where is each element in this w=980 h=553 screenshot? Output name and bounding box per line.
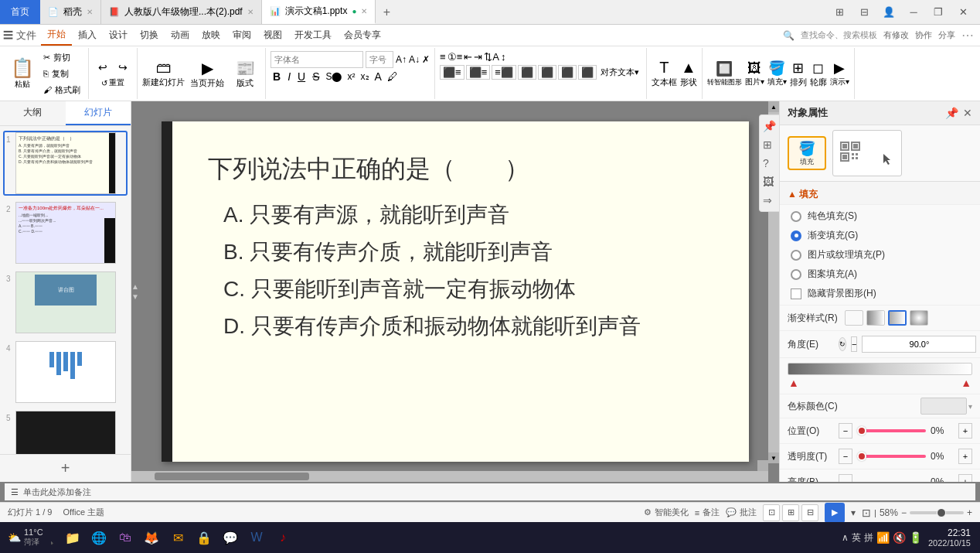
clear-format-btn[interactable]: ✗ [422, 54, 430, 65]
align-left-btn[interactable]: ⬛≡ [440, 65, 464, 80]
outline-tab[interactable]: 大纲 [0, 101, 66, 125]
gradient-bar[interactable] [788, 363, 972, 375]
battery-icon[interactable]: 🔋 [909, 531, 922, 544]
scroll-up-btn[interactable]: ▲ [768, 101, 779, 112]
indent-increase-btn[interactable]: ⇥ [474, 51, 482, 63]
hide-bg-checkbox[interactable]: 隐藏背景图形(H) [791, 287, 969, 300]
zoom-plus-btn[interactable]: + [967, 507, 972, 518]
file-manager-btn[interactable]: 📁 [60, 525, 85, 550]
strip-arrow-icon[interactable]: ⇒ [761, 193, 778, 208]
slide-item-5[interactable]: 5 ★ [3, 409, 128, 454]
show-btn[interactable]: ▶ 演示▾ [830, 60, 849, 87]
horizontal-scrollbar[interactable] [131, 471, 768, 482]
contour-btn[interactable]: ◻ 轮廓 [810, 60, 827, 88]
position-minus-btn[interactable]: − [839, 423, 852, 439]
align-bottom-btn[interactable]: ⬛ [578, 65, 597, 80]
fill-btn[interactable]: 🪣 填充▾ [767, 60, 787, 87]
strikethrough-btn[interactable]: S [310, 70, 322, 83]
zoom-slider[interactable] [910, 511, 964, 514]
text-highlight-btn[interactable]: 🖊 [386, 70, 400, 83]
line-spacing-btn[interactable]: ↕ [501, 51, 506, 63]
notes-status-btn[interactable]: ≡ 备注 [695, 507, 720, 518]
reading-view-btn[interactable]: ⊟ [801, 504, 818, 521]
layout-btn[interactable]: 📰 版式 [230, 59, 260, 89]
position-thumb[interactable] [857, 426, 866, 435]
align-center-btn[interactable]: ⬛≡ [466, 65, 491, 80]
undo-btn[interactable]: ↩ [94, 59, 112, 76]
align-top-btn[interactable]: ⬛ [538, 65, 556, 80]
smart-beauty-btn[interactable]: ⚙ 智能美化 [644, 507, 689, 518]
gradient-type-2-btn[interactable] [866, 310, 885, 326]
slide-item-1[interactable]: 1 下列说法中正确的是（ ） A. 只要有声源，就能听到声音 B. 只要有传声介… [3, 131, 128, 196]
font-size-input[interactable] [366, 51, 393, 68]
wifi-icon[interactable]: 📶 [876, 531, 890, 544]
number-list-btn[interactable]: ①≡ [447, 51, 463, 63]
resize-down-icon[interactable]: ▼ [131, 292, 139, 301]
ime-label[interactable]: 英 [852, 531, 861, 544]
normal-view-btn[interactable]: ⊡ [763, 504, 780, 521]
redo-btn[interactable]: ↪ [114, 59, 132, 76]
wechat-btn[interactable]: 💬 [218, 525, 243, 550]
menu-icon[interactable]: ☰ 文件 [3, 29, 36, 43]
text-direction-btn[interactable]: ⇅A [484, 51, 499, 63]
bullet-list-btn[interactable]: ≡ [440, 51, 446, 63]
strip-grid-icon[interactable]: ⊞ [761, 137, 778, 152]
pdf-tab[interactable]: 📕 人教版八年级物理...本(2).pdf ✕ [101, 0, 262, 24]
play-dropdown-btn[interactable]: ▾ [851, 507, 856, 518]
zoom-slider-thumb[interactable] [937, 508, 946, 517]
slides-tab[interactable]: 幻灯片 [66, 101, 131, 125]
scroll-down-btn[interactable]: ▼ [768, 452, 779, 463]
wps-tab-close[interactable]: ✕ [87, 8, 93, 16]
transparency-plus-btn[interactable]: + [958, 449, 972, 464]
strip-pin-icon[interactable]: 📌 [761, 118, 778, 134]
align-middle-btn[interactable]: ⬛ [558, 65, 577, 80]
tab-member[interactable]: 会员专享 [338, 26, 387, 45]
ribbon-more-btn[interactable]: ⋯ [961, 28, 974, 43]
picture-fill-radio[interactable]: 图片或纹理填充(P) [791, 248, 969, 261]
music-btn[interactable]: ♪ [271, 525, 295, 550]
shadow-btn[interactable]: S⬤ [324, 71, 343, 82]
tab-insert[interactable]: 插入 [72, 26, 103, 45]
ppt-tab-close[interactable]: ✕ [361, 7, 367, 15]
cut-btn[interactable]: ✂ 剪切 [40, 50, 83, 65]
tab-start[interactable]: 开始 [41, 25, 72, 46]
tab-slideshow[interactable]: 放映 [196, 26, 226, 45]
new-tab-btn[interactable]: + [376, 0, 397, 24]
mail-btn[interactable]: ✉ [165, 525, 190, 550]
grid-view-icon[interactable]: ⊟ [853, 2, 875, 23]
collaborate-btn[interactable]: 协作 [915, 29, 932, 41]
align-right-btn[interactable]: ≡⬛ [492, 65, 516, 80]
current-slide-btn[interactable]: ▶ 当页开始 [188, 59, 226, 89]
slide-sorter-btn[interactable]: ⊞ [782, 504, 799, 521]
transparency-minus-btn[interactable]: − [839, 449, 852, 464]
slide-item-4[interactable]: 4 [3, 340, 128, 405]
gradient-type-1-btn[interactable] [845, 310, 863, 326]
image-btn[interactable]: 🖼 图片▾ [745, 60, 764, 87]
color-swatch-btn[interactable]: ▾ [920, 398, 972, 415]
bold-btn[interactable]: B [271, 70, 283, 83]
underline-btn[interactable]: U [295, 70, 308, 83]
angle-minus-btn[interactable]: − [851, 336, 857, 352]
arrange-btn[interactable]: ⊞ 排列 [790, 60, 807, 88]
has-changes-btn[interactable]: 有修改 [883, 29, 909, 41]
zoom-value-btn[interactable]: 58% [880, 507, 898, 518]
fill-type-fill-btn[interactable]: 🪣 填充 [788, 136, 826, 170]
right-panel-close-icon[interactable]: ✕ [963, 107, 972, 119]
tab-transition[interactable]: 切换 [134, 26, 165, 45]
transparency-thumb[interactable] [857, 452, 866, 461]
text-box-btn[interactable]: T 文本框 [652, 59, 677, 88]
brightness-plus-btn[interactable]: + [958, 474, 972, 482]
word-btn[interactable]: W [244, 525, 269, 550]
subscript-btn[interactable]: x₂ [359, 71, 371, 82]
maximize-btn[interactable]: ❐ [927, 2, 949, 23]
minimize-btn[interactable]: ─ [903, 2, 924, 23]
tab-review[interactable]: 审阅 [226, 26, 257, 45]
share-btn[interactable]: 分享 [938, 29, 955, 41]
slide-item-2[interactable]: 2 一准备力100m处炸药爆炸，耳朵贴在一... ...地面一端听到... ..… [3, 200, 128, 265]
new-slide-btn[interactable]: 🗃 新建幻灯片 [142, 59, 185, 88]
gradient-type-3-btn[interactable] [888, 310, 907, 326]
zoom-minus-btn[interactable]: − [901, 507, 907, 518]
indent-decrease-btn[interactable]: ⇤ [464, 51, 472, 63]
position-slider[interactable] [857, 425, 926, 436]
search-icon[interactable]: 🔍 [783, 30, 795, 41]
